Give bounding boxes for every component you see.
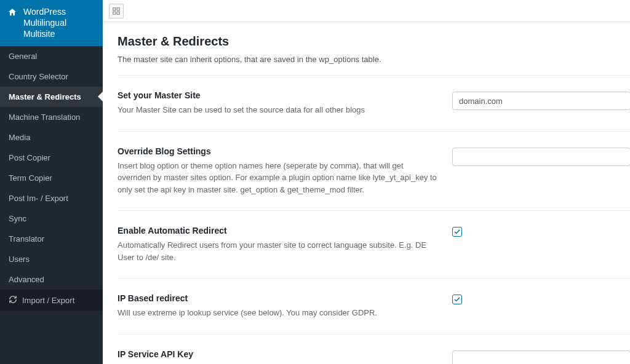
sidebar-item-label: General xyxy=(9,52,37,61)
field-override-blog-settings: Override Blog Settings Insert blog optio… xyxy=(118,131,630,211)
sidebar-item-label: Import / Export xyxy=(22,296,74,305)
page-description: The master site can inherit options, tha… xyxy=(118,55,630,64)
sidebar-item-label: Machine Translation xyxy=(9,113,80,122)
sidebar-item-machine-translation[interactable]: Machine Translation xyxy=(0,107,103,127)
home-icon xyxy=(7,7,17,20)
sidebar-item-label: Post Copier xyxy=(9,153,50,162)
field-description: Will use extreme ip lookup service (see … xyxy=(118,307,437,319)
sidebar-item-country-selector[interactable]: Country Selector xyxy=(0,66,103,87)
sidebar-item-label: Post Im- / Export xyxy=(9,194,68,203)
sidebar-item-label: Media xyxy=(9,133,30,142)
sidebar-header[interactable]: WordPress Multilingual Multisite xyxy=(0,0,103,46)
admin-sidebar: WordPress Multilingual Multisite General… xyxy=(0,0,103,364)
sidebar-item-general[interactable]: General xyxy=(0,46,103,66)
sidebar-item-sync[interactable]: Sync xyxy=(0,208,103,229)
sidebar-item-label: Translator xyxy=(9,234,44,243)
field-title: Override Blog Settings xyxy=(118,146,437,156)
override-settings-input[interactable] xyxy=(452,148,630,166)
panel-toggle-button[interactable] xyxy=(109,4,124,18)
field-title: IP Based redirect xyxy=(118,293,437,303)
svg-rect-0 xyxy=(113,7,116,10)
sidebar-item-master-redirects[interactable]: Master & Redirects xyxy=(0,87,103,107)
field-title: Enable Automatic Redirect xyxy=(118,226,437,235)
field-description: Automatically Redirect users from your m… xyxy=(118,239,437,263)
field-auto-redirect: Enable Automatic Redirect Automatically … xyxy=(118,210,630,278)
field-title: IP Service API Key xyxy=(118,349,437,359)
svg-rect-2 xyxy=(113,12,116,14)
field-description: Your Master Site can be used to set the … xyxy=(118,104,437,116)
sidebar-item-users[interactable]: Users xyxy=(0,249,103,269)
ip-redirect-checkbox[interactable] xyxy=(452,295,462,304)
sidebar-item-media[interactable]: Media xyxy=(0,127,103,148)
app-title: WordPress Multilingual Multisite xyxy=(23,6,95,40)
sidebar-item-term-copier[interactable]: Term Copier xyxy=(0,168,103,188)
sidebar-item-label: Master & Redirects xyxy=(9,92,81,101)
sidebar-item-label: Users xyxy=(9,255,30,264)
master-site-input[interactable] xyxy=(452,92,630,110)
sidebar-item-post-copier[interactable]: Post Copier xyxy=(0,148,103,168)
ip-api-key-input[interactable] xyxy=(452,350,630,365)
sidebar-item-advanced[interactable]: Advanced xyxy=(0,269,103,290)
field-description: Insert blog option or theme option names… xyxy=(118,160,437,196)
page-title: Master & Redirects xyxy=(118,34,630,49)
auto-redirect-checkbox[interactable] xyxy=(452,227,462,237)
field-ip-api-key: IP Service API Key By default 10.000 req… xyxy=(118,334,630,365)
sidebar-item-label: Term Copier xyxy=(9,173,52,183)
sidebar-item-post-im-export[interactable]: Post Im- / Export xyxy=(0,188,103,208)
sidebar-item-label: Sync xyxy=(9,214,26,223)
field-title: Set your Master Site xyxy=(118,90,437,100)
sidebar-item-label: Country Selector xyxy=(9,72,68,81)
field-master-site: Set your Master Site Your Master Site ca… xyxy=(118,75,630,131)
sidebar-item-label: Advanced xyxy=(9,275,44,284)
topbar xyxy=(103,0,630,22)
svg-rect-1 xyxy=(117,7,119,10)
field-ip-based-redirect: IP Based redirect Will use extreme ip lo… xyxy=(118,278,630,334)
sidebar-item-import-export[interactable]: Import / Export xyxy=(0,290,103,311)
sidebar-item-translator[interactable]: Translator xyxy=(0,229,103,249)
svg-rect-3 xyxy=(117,12,119,14)
refresh-icon xyxy=(9,295,17,306)
